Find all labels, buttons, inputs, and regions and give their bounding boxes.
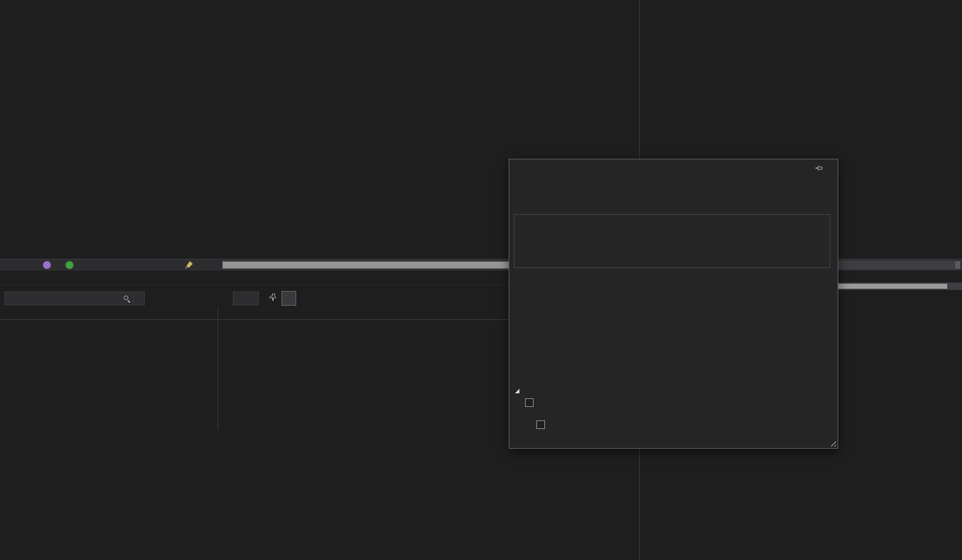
exception-popup xyxy=(509,159,838,449)
callstack-box xyxy=(514,214,830,268)
text-display-toggle[interactable] xyxy=(281,291,296,306)
search-icon xyxy=(123,295,131,302)
scrollbar-thumb[interactable] xyxy=(223,262,511,268)
resize-grip[interactable] xyxy=(829,439,836,446)
divider xyxy=(133,294,134,303)
zoom-control[interactable] xyxy=(3,259,6,271)
column-divider[interactable] xyxy=(218,309,218,430)
pin-icon[interactable] xyxy=(813,165,823,172)
issues-check-icon xyxy=(66,261,73,269)
checkbox-break-user-unhandled[interactable] xyxy=(525,398,534,407)
search-input[interactable] xyxy=(8,293,118,304)
intellicode-icon[interactable] xyxy=(43,261,51,269)
pin-to-source-icon[interactable] xyxy=(266,291,279,305)
watch-search-box[interactable] xyxy=(5,292,145,305)
checkbox-except-module[interactable] xyxy=(536,420,545,429)
vs-debug-window xyxy=(0,0,962,560)
settings-expanded-icon[interactable] xyxy=(515,389,519,393)
scrollbar-corner xyxy=(955,261,960,269)
search-depth-dropdown[interactable] xyxy=(233,292,259,305)
